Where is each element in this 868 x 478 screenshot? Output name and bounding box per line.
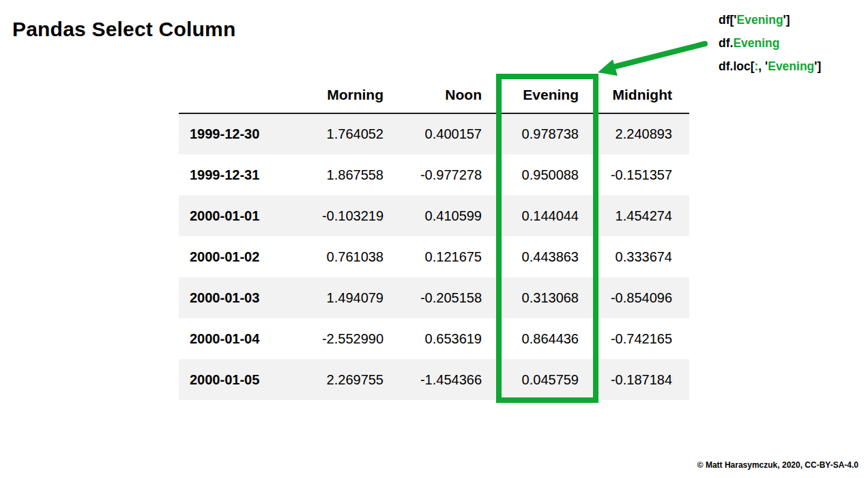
table-row: 2000-01-04-2.5529900.6536190.864436-0.74… (179, 318, 689, 359)
code-segment: df[' (719, 13, 737, 27)
value-cell: 1.867558 (307, 154, 401, 195)
code-segment: '] (814, 59, 821, 73)
column-header-noon: Noon (401, 76, 499, 113)
value-cell: 0.978738 (499, 113, 596, 154)
code-annotation: df['Evening']df.Eveningdf.loc[:, 'Evenin… (719, 8, 821, 78)
table-body: 1999-12-301.7640520.4001570.9787382.2408… (179, 113, 689, 400)
row-index-cell: 1999-12-31 (179, 154, 307, 195)
row-index-cell: 2000-01-05 (179, 359, 307, 400)
value-cell: -0.977278 (401, 154, 499, 195)
value-cell: 0.410599 (401, 195, 499, 236)
code-line: df['Evening'] (719, 8, 821, 31)
value-cell: -0.187184 (596, 359, 689, 400)
row-index-cell: 1999-12-30 (179, 113, 307, 154)
value-cell: 0.144044 (499, 195, 596, 236)
code-segment: Evening (768, 59, 814, 73)
code-segment: df.loc[ (719, 59, 755, 73)
value-cell: -0.103219 (307, 195, 401, 236)
value-cell: 1.764052 (307, 113, 401, 154)
value-cell: 0.864436 (499, 318, 596, 359)
arrow-head (598, 59, 618, 76)
value-cell: 1.494079 (307, 277, 401, 318)
value-cell: -2.552990 (307, 318, 401, 359)
code-segment: '] (783, 13, 790, 27)
index-column-header (179, 76, 307, 113)
arrow-shaft (616, 44, 705, 66)
row-index-cell: 2000-01-01 (179, 195, 307, 236)
slide: Pandas Select Column df['Evening']df.Eve… (0, 0, 868, 478)
value-cell: 0.950088 (499, 154, 596, 195)
value-cell: 2.240893 (596, 113, 689, 154)
value-cell: -0.205158 (401, 277, 499, 318)
column-header-evening: Evening (499, 76, 596, 113)
page-title: Pandas Select Column (12, 18, 235, 41)
table-row: 2000-01-031.494079-0.2051580.313068-0.85… (179, 277, 689, 318)
value-cell: 0.333674 (596, 236, 689, 277)
value-cell: 0.400157 (401, 113, 499, 154)
value-cell: 0.761038 (307, 236, 401, 277)
value-cell: -0.742165 (596, 318, 689, 359)
row-index-cell: 2000-01-04 (179, 318, 307, 359)
value-cell: 0.653619 (401, 318, 499, 359)
table-header-row: MorningNoonEveningMidnight (179, 76, 689, 113)
value-cell: -1.454366 (401, 359, 499, 400)
code-line: df.loc[:, 'Evening'] (719, 55, 821, 78)
column-header-morning: Morning (307, 76, 401, 113)
table-row: 2000-01-052.269755-1.4543660.045759-0.18… (179, 359, 689, 400)
value-cell: -0.854096 (596, 277, 689, 318)
dataframe-table: MorningNoonEveningMidnight 1999-12-301.7… (179, 76, 689, 400)
value-cell: -0.151357 (596, 154, 689, 195)
code-segment: , ' (758, 59, 768, 73)
value-cell: 1.454274 (596, 195, 689, 236)
value-cell: 0.443863 (499, 236, 596, 277)
code-segment: Evening (733, 36, 779, 50)
column-header-midnight: Midnight (596, 76, 689, 113)
table-row: 2000-01-01-0.1032190.4105990.1440441.454… (179, 195, 689, 236)
code-segment: df. (719, 36, 733, 50)
table-row: 1999-12-301.7640520.4001570.9787382.2408… (179, 113, 689, 154)
code-segment: Evening (737, 13, 783, 27)
value-cell: 0.121675 (401, 236, 499, 277)
table-row: 2000-01-020.7610380.1216750.4438630.3336… (179, 236, 689, 277)
value-cell: 0.313068 (499, 277, 596, 318)
row-index-cell: 2000-01-02 (179, 236, 307, 277)
row-index-cell: 2000-01-03 (179, 277, 307, 318)
value-cell: 0.045759 (499, 359, 596, 400)
value-cell: 2.269755 (307, 359, 401, 400)
table-row: 1999-12-311.867558-0.9772780.950088-0.15… (179, 154, 689, 195)
copyright-notice: © Matt Harasymczuk, 2020, CC-BY-SA-4.0 (697, 460, 858, 470)
code-line: df.Evening (719, 31, 821, 55)
